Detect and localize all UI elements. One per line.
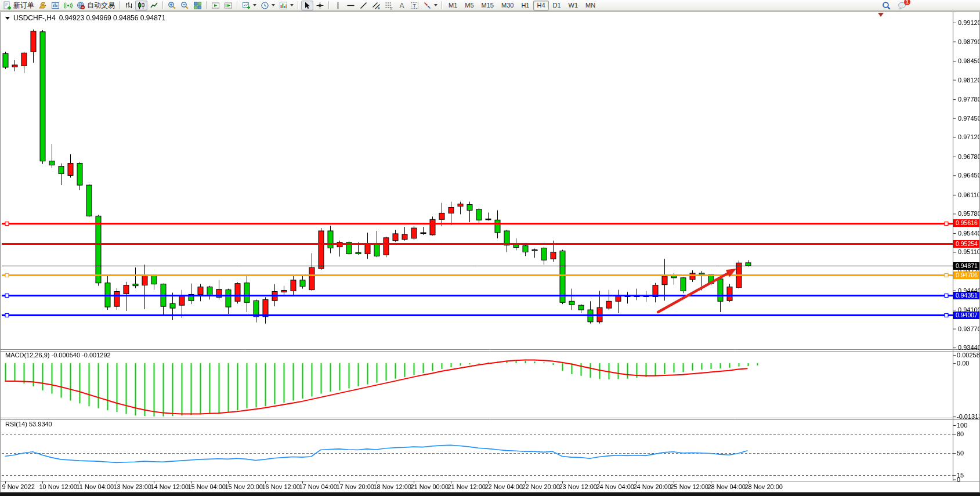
chart-shift-button[interactable] xyxy=(222,1,234,10)
arrow-objects-icon xyxy=(423,1,432,10)
fibonacci-icon: F xyxy=(385,1,393,10)
chart-window-icon xyxy=(51,1,60,10)
timeframe-button-M30[interactable]: M30 xyxy=(498,1,517,10)
macd-name: MACD(12,26,9) xyxy=(5,352,49,359)
text-tool-icon: A xyxy=(397,1,406,10)
trendline-tool-button[interactable] xyxy=(357,1,370,10)
main-toolbar: 新订单 自动交易 xyxy=(0,0,980,11)
text-label-tool-button[interactable]: T xyxy=(408,1,421,10)
candlestick-mode-button[interactable] xyxy=(135,1,147,10)
gold-instrument-button[interactable] xyxy=(37,1,49,10)
autotrading-label: 自动交易 xyxy=(87,1,115,10)
toolbar-separator xyxy=(298,1,299,9)
periods-clock-icon xyxy=(261,1,269,10)
arrows-dropdown-caret xyxy=(434,4,437,6)
mt4-application: { "toolbar": { "new_order_label": "新订单",… xyxy=(0,0,980,496)
chart-ohlc-values: 0.94923 0.94969 0.94856 0.94871 xyxy=(59,14,166,22)
price-line-badge[interactable]: 0.94871 xyxy=(953,262,979,270)
ohlc-bars-icon xyxy=(124,1,133,10)
autotrade-globe-icon xyxy=(77,1,85,10)
timeframe-button-M5[interactable]: M5 xyxy=(461,1,477,10)
price-line-badge[interactable]: 0.94007 xyxy=(953,312,979,319)
rsi-indicator-label: RSI(14) 53.9340 xyxy=(5,421,52,428)
mac d-values: -0.000540 -0.001292 xyxy=(51,352,110,359)
new-chart-dropdown-caret xyxy=(253,4,256,6)
toolbar-separator xyxy=(162,1,164,9)
text-label-icon: T xyxy=(410,1,419,10)
new-order-label: 新订单 xyxy=(13,1,34,10)
trendline-icon xyxy=(359,1,368,10)
price-line-badge[interactable]: 0.94706 xyxy=(953,271,979,279)
timeframe-button-H4[interactable]: H4 xyxy=(533,1,548,10)
svg-text:F: F xyxy=(390,6,393,10)
autotrading-button[interactable]: 自动交易 xyxy=(75,1,117,10)
timeframe-button-H1[interactable]: H1 xyxy=(518,1,533,10)
arrows-tool-button[interactable] xyxy=(421,1,439,10)
zoom-out-button[interactable] xyxy=(179,1,191,10)
bar-chart-mode-button[interactable] xyxy=(122,1,135,10)
equidistant-channel-icon: E xyxy=(372,1,381,10)
timeframe-button-MN[interactable]: MN xyxy=(582,1,599,10)
equidistant-channel-tool-button[interactable]: E xyxy=(370,1,382,10)
new-chart-button[interactable] xyxy=(240,1,258,10)
indicators-dropdown-caret xyxy=(290,4,294,6)
toolbar-right-group: 1 xyxy=(880,1,908,10)
periods-button[interactable] xyxy=(259,1,277,10)
chart-symbol-period: USDCHF-,H4 xyxy=(13,14,56,22)
new-chart-icon xyxy=(242,1,251,10)
crosshair-icon xyxy=(316,1,324,10)
timeframe-button-D1[interactable]: D1 xyxy=(549,1,565,10)
timeframe-group: M1M5M15M30H1H4D1W1MN xyxy=(445,1,599,10)
chart-title: USDCHF-,H4 0.94923 0.94969 0.94856 0.948… xyxy=(5,14,165,22)
notifications-button[interactable]: 1 xyxy=(896,1,908,10)
notification-badge: 1 xyxy=(904,0,910,5)
fibonacci-tool-button[interactable]: F xyxy=(383,1,395,10)
timeframe-button-M15[interactable]: M15 xyxy=(478,1,497,10)
chart-shift-icon xyxy=(224,1,233,10)
vertical-line-tool-button[interactable] xyxy=(332,1,344,10)
svg-text:E: E xyxy=(378,6,380,10)
tile-windows-button[interactable] xyxy=(191,1,204,10)
tile-windows-icon xyxy=(193,1,202,10)
auto-scroll-button[interactable] xyxy=(209,1,222,10)
taskbar-strip xyxy=(0,493,980,496)
toolbar-separator xyxy=(206,1,207,9)
zoom-in-button[interactable] xyxy=(166,1,178,10)
zoom-out-icon xyxy=(180,1,189,10)
toolbar-separator xyxy=(119,1,120,9)
horizontal-line-tool-button[interactable] xyxy=(345,1,357,10)
price-line-badge[interactable]: 0.95254 xyxy=(953,240,979,248)
search-icon xyxy=(882,1,891,10)
candlestick-chart-icon xyxy=(137,1,146,10)
collapse-triangle-icon[interactable] xyxy=(5,17,10,20)
cursor-arrow-icon xyxy=(303,1,312,10)
chart-window: USDCHF-,H4 0.94923 0.94969 0.94856 0.948… xyxy=(0,12,980,493)
crosshair-tool-button[interactable] xyxy=(314,1,326,10)
svg-text:T: T xyxy=(413,3,417,9)
market-watch-button[interactable] xyxy=(49,1,62,10)
auto-scroll-icon xyxy=(211,1,220,10)
timeframe-button-W1[interactable]: W1 xyxy=(565,1,582,10)
signals-button[interactable] xyxy=(62,1,74,10)
rsi-value: 53.9340 xyxy=(29,421,52,428)
zoom-in-icon xyxy=(168,1,176,10)
text-tool-button[interactable]: A xyxy=(396,1,408,10)
new-order-icon xyxy=(3,1,12,10)
indicators-button[interactable] xyxy=(277,1,295,10)
vertical-line-icon xyxy=(334,1,342,10)
cursor-tool-button[interactable] xyxy=(301,1,313,10)
price-line-badge[interactable]: 0.95616 xyxy=(953,219,979,227)
search-button[interactable] xyxy=(880,1,892,10)
new-order-button[interactable]: 新订单 xyxy=(1,1,36,10)
timeframe-button-M1[interactable]: M1 xyxy=(445,1,461,10)
svg-text:A: A xyxy=(400,2,404,10)
price-line-badge[interactable]: 0.94351 xyxy=(953,292,979,299)
macd-indicator-label: MACD(12,26,9) -0.000540 -0.001292 xyxy=(5,352,111,359)
line-chart-icon xyxy=(150,1,158,10)
toolbar-separator xyxy=(442,1,443,9)
periods-dropdown-caret xyxy=(272,4,275,6)
gold-bullion-icon xyxy=(38,1,47,10)
chart-plot[interactable] xyxy=(1,12,979,491)
chart-shift-marker[interactable] xyxy=(878,13,884,17)
line-chart-mode-button[interactable] xyxy=(148,1,160,10)
